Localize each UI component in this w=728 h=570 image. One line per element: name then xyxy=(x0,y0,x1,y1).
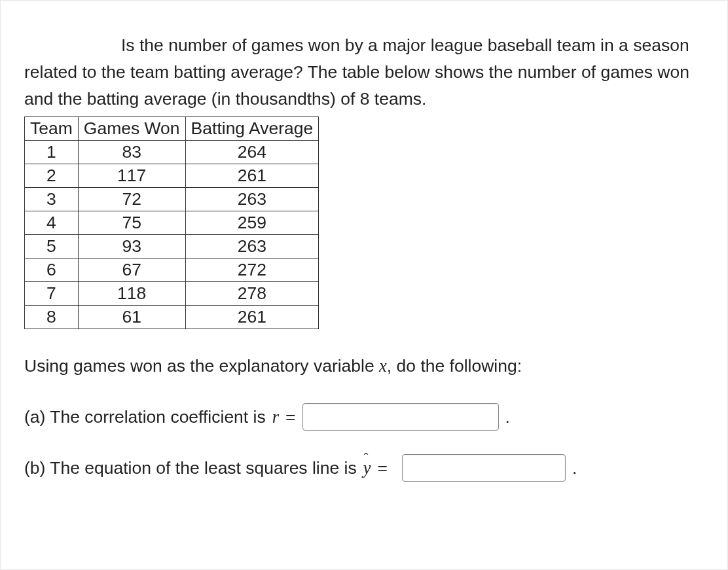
col-team: Team xyxy=(25,117,79,141)
cell-team: 6 xyxy=(25,258,79,282)
question-prompt: Is the number of games won by a major le… xyxy=(24,32,704,113)
cell-games-won: 61 xyxy=(78,306,185,329)
instruction-line: Using games won as the explanatory varia… xyxy=(24,353,704,380)
cell-team: 8 xyxy=(25,306,79,329)
cell-batting-avg: 278 xyxy=(185,282,319,306)
variable-x: x xyxy=(379,356,387,376)
table-row: 6 67 272 xyxy=(25,258,319,282)
cell-games-won: 67 xyxy=(78,258,185,282)
equals-sign: = xyxy=(285,407,295,427)
part-b-trail: . xyxy=(572,458,577,478)
cell-games-won: 83 xyxy=(78,141,185,164)
data-table: Team Games Won Batting Average 1 83 264 … xyxy=(24,116,319,329)
part-a-trail: . xyxy=(505,407,510,427)
variable-r: r xyxy=(272,407,279,427)
hat-accent-icon: ˆ xyxy=(364,451,369,466)
table-row: 4 75 259 xyxy=(25,211,319,235)
part-b-prefix: (b) The equation of the least squares li… xyxy=(24,458,357,478)
part-b-answer-input[interactable] xyxy=(402,454,566,482)
cell-batting-avg: 263 xyxy=(185,188,319,211)
cell-games-won: 72 xyxy=(78,188,185,211)
table-row: 7 118 278 xyxy=(25,282,319,306)
question-page: Is the number of games won by a major le… xyxy=(0,0,728,570)
instruction-suffix: , do the following: xyxy=(387,356,522,376)
cell-team: 5 xyxy=(25,235,79,258)
cell-team: 7 xyxy=(25,282,79,306)
table-row: 5 93 263 xyxy=(25,235,319,258)
cell-team: 2 xyxy=(25,164,79,188)
cell-batting-avg: 264 xyxy=(185,141,319,164)
cell-team: 1 xyxy=(25,141,79,164)
table-row: 3 72 263 xyxy=(25,188,319,211)
cell-batting-avg: 261 xyxy=(185,306,319,329)
instruction-prefix: Using games won as the explanatory varia… xyxy=(24,356,379,376)
cell-team: 4 xyxy=(25,211,79,235)
cell-team: 3 xyxy=(25,188,79,211)
cell-games-won: 118 xyxy=(78,282,185,306)
cell-batting-avg: 263 xyxy=(185,235,319,258)
cell-games-won: 75 xyxy=(78,211,185,235)
part-a-row: (a) The correlation coefficient is r = . xyxy=(24,403,704,431)
cell-batting-avg: 272 xyxy=(185,258,319,282)
part-a-prefix: (a) The correlation coefficient is xyxy=(24,407,266,427)
table-row: 1 83 264 xyxy=(25,141,319,164)
cell-games-won: 93 xyxy=(78,235,185,258)
cell-batting-avg: 259 xyxy=(185,211,319,235)
col-batting-avg: Batting Average xyxy=(185,117,319,141)
prompt-text: Is the number of games won by a major le… xyxy=(24,35,689,109)
part-b-row: (b) The equation of the least squares li… xyxy=(24,454,704,482)
cell-batting-avg: 261 xyxy=(185,164,319,188)
equals-sign: = xyxy=(378,458,388,478)
table-row: 8 61 261 xyxy=(25,306,319,329)
col-games-won: Games Won xyxy=(78,117,185,141)
variable-y-hat: ˆy xyxy=(363,458,371,478)
table-header-row: Team Games Won Batting Average xyxy=(25,117,319,141)
table-row: 2 117 261 xyxy=(25,164,319,188)
cell-games-won: 117 xyxy=(78,164,185,188)
part-a-answer-input[interactable] xyxy=(302,403,499,431)
table-body: 1 83 264 2 117 261 3 72 263 4 75 259 5 9 xyxy=(25,141,319,329)
